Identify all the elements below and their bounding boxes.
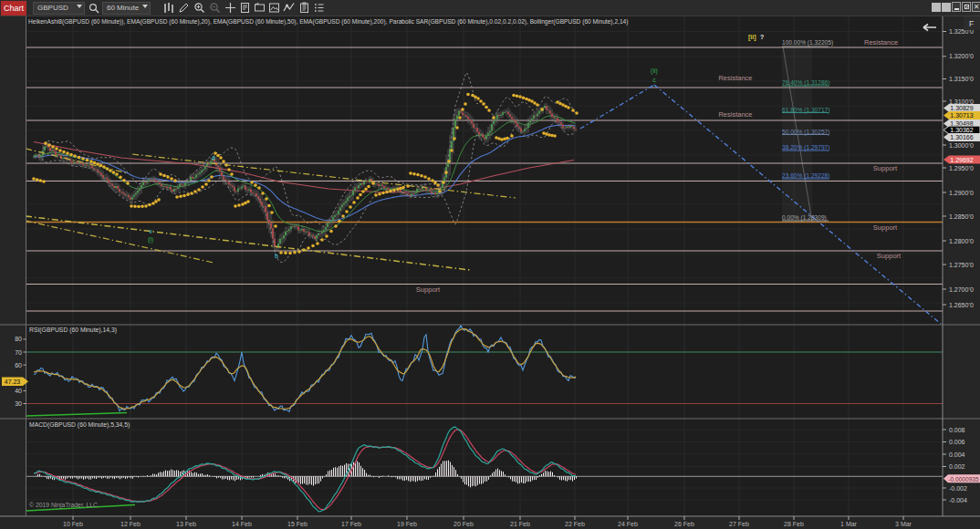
svg-text:40: 40 — [15, 388, 22, 394]
svg-text:1.2850’0: 1.2850’0 — [949, 213, 974, 220]
svg-text:17 Feb: 17 Feb — [341, 521, 361, 527]
svg-text:-0.0000935: -0.0000935 — [948, 476, 979, 482]
svg-text:20 Feb: 20 Feb — [454, 521, 474, 527]
svg-text:19 Feb: 19 Feb — [397, 521, 417, 527]
svg-text:Resistance: Resistance — [718, 110, 752, 119]
svg-text:3 Mar: 3 Mar — [895, 521, 912, 527]
svg-text:24 Feb: 24 Feb — [618, 521, 638, 527]
svg-text:Support: Support — [416, 285, 441, 294]
svg-text:Support: Support — [873, 223, 898, 232]
svg-text:1.3200’0: 1.3200’0 — [949, 53, 974, 59]
svg-text:0.00% (1.28309): 0.00% (1.28309) — [782, 214, 827, 222]
svg-text:1.3000’0: 1.3000’0 — [949, 142, 974, 149]
svg-text:1.2800’0: 1.2800’0 — [949, 238, 974, 244]
svg-text:26 Feb: 26 Feb — [674, 521, 694, 527]
svg-text:[ii]: [ii] — [748, 34, 756, 41]
svg-text:12 Feb: 12 Feb — [120, 521, 141, 527]
svg-text:1.3150’0: 1.3150’0 — [949, 76, 974, 82]
svg-text:28 Feb: 28 Feb — [784, 521, 804, 527]
svg-text:1.29692: 1.29692 — [950, 157, 973, 163]
svg-text:Support: Support — [873, 164, 898, 172]
svg-text:1.3100’0: 1.3100’0 — [949, 99, 974, 105]
svg-text:1 Mar: 1 Mar — [840, 521, 858, 527]
svg-text:1.30829: 1.30829 — [950, 105, 973, 111]
svg-text:MACD(GBPUSD (60 Minute),5,34,5: MACD(GBPUSD (60 Minute),5,34,5) — [29, 421, 130, 429]
svg-text:0.002: 0.002 — [949, 463, 965, 470]
svg-text:HeikenAshi8(GBPUSD (60 Minute): HeikenAshi8(GBPUSD (60 Minute)), EMA(GBP… — [28, 18, 628, 26]
svg-text:10 Feb: 10 Feb — [63, 521, 83, 527]
svg-text:1.30166: 1.30166 — [950, 134, 973, 140]
svg-text:b: b — [275, 253, 278, 259]
svg-text:v: v — [149, 228, 152, 234]
svg-text:27 Feb: 27 Feb — [729, 521, 749, 527]
svg-text:1.2650’0: 1.2650’0 — [949, 302, 974, 308]
svg-text:1.2900’0: 1.2900’0 — [949, 190, 974, 196]
svg-text:(i): (i) — [148, 236, 153, 244]
svg-text:a: a — [212, 154, 215, 161]
svg-text:c: c — [652, 77, 656, 83]
svg-text:F: F — [969, 19, 974, 28]
svg-text:Support: Support — [877, 252, 902, 260]
svg-text:30: 30 — [15, 400, 22, 407]
svg-text:1.2700’0: 1.2700’0 — [949, 286, 974, 293]
svg-text:-0.002: -0.002 — [949, 485, 967, 492]
svg-text:(ii): (ii) — [651, 67, 658, 75]
svg-text:© 2019 NinjaTrader, LLC: © 2019 NinjaTrader, LLC — [29, 502, 98, 509]
svg-text:100.00% (1.32205): 100.00% (1.32205) — [782, 39, 833, 47]
svg-text:80: 80 — [15, 336, 22, 342]
svg-text:-0.004: -0.004 — [949, 497, 967, 503]
svg-text:0.008: 0.008 — [949, 427, 965, 433]
svg-text:0.006: 0.006 — [949, 439, 965, 445]
svg-text:0.004: 0.004 — [949, 451, 965, 458]
svg-text:15 Feb: 15 Feb — [287, 521, 308, 527]
svg-text:Resistance: Resistance — [718, 74, 752, 82]
svg-text:1.2750’0: 1.2750’0 — [949, 262, 974, 268]
svg-text:38.20% (1.29797): 38.20% (1.29797) — [782, 144, 829, 151]
svg-text:1.30713: 1.30713 — [950, 112, 973, 119]
svg-text:1.30362: 1.30362 — [950, 127, 973, 133]
svg-text:60: 60 — [15, 362, 22, 368]
svg-text:1.2950’0: 1.2950’0 — [949, 165, 974, 171]
svg-text:14 Feb: 14 Feb — [232, 521, 252, 527]
svg-text:22 Feb: 22 Feb — [565, 521, 585, 527]
svg-text:?: ? — [760, 34, 764, 40]
svg-text:47.23: 47.23 — [5, 379, 21, 385]
svg-text:13 Feb: 13 Feb — [176, 521, 196, 527]
svg-text:23.60% (1.29228): 23.60% (1.29228) — [782, 172, 829, 180]
svg-text:70: 70 — [15, 349, 22, 356]
svg-text:21 Feb: 21 Feb — [510, 521, 530, 527]
svg-text:RSI(GBPUSD (60 Minute),14,3): RSI(GBPUSD (60 Minute),14,3) — [29, 327, 117, 334]
svg-text:76.40% (1.31286): 76.40% (1.31286) — [782, 79, 829, 87]
svg-text:Resistance: Resistance — [864, 38, 898, 47]
